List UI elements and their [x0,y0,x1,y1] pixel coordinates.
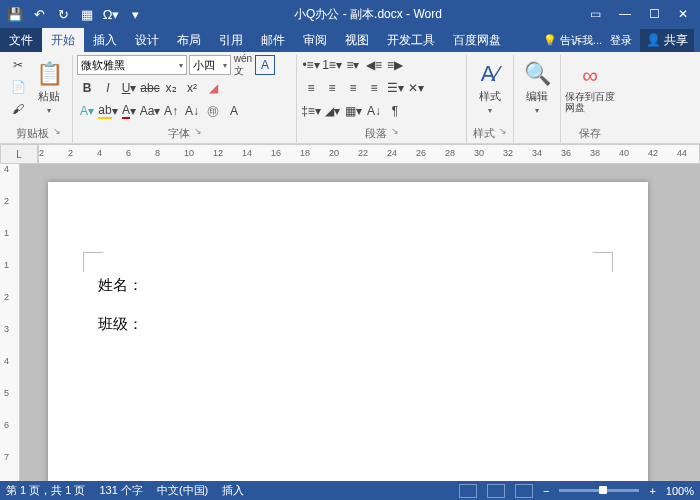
styles-button[interactable]: A⁄ 样式▾ [471,55,509,121]
baidu-icon: ∞ [582,63,598,89]
tab-review[interactable]: 审阅 [294,28,336,52]
borders-icon[interactable]: ▦▾ [343,101,363,121]
paste-button[interactable]: 📋 粘贴 ▾ [30,55,68,121]
tab-selector[interactable]: L [0,144,38,164]
zoom-out-icon[interactable]: − [543,485,549,497]
text-effects-icon[interactable]: A▾ [77,101,97,121]
justify-icon[interactable]: ≡ [364,78,384,98]
font-name-select[interactable]: 微软雅黑▾ [77,55,187,75]
font-color-icon[interactable]: A▾ [119,101,139,121]
grow-font-icon[interactable]: A↑ [161,101,181,121]
change-case-icon[interactable]: A [224,101,244,121]
doc-line2[interactable]: 班级： [98,305,598,344]
format-painter-icon[interactable]: 🖌 [8,99,28,119]
edit-button[interactable]: 🔍 编辑▾ [518,55,556,121]
tab-home[interactable]: 开始 [42,28,84,52]
enclose-char-icon[interactable]: ㊞ [203,101,223,121]
superscript-button[interactable]: x² [182,78,202,98]
clipboard-launcher-icon[interactable]: ↘ [53,126,61,141]
phonetic-icon[interactable]: wén文 [233,55,253,75]
styles-icon: A⁄ [481,61,499,87]
doc-line1[interactable]: 姓名： [98,266,598,305]
tab-baidu[interactable]: 百度网盘 [444,28,510,52]
sort-icon[interactable]: A↓ [364,101,384,121]
tab-references[interactable]: 引用 [210,28,252,52]
zoom-slider[interactable] [559,489,639,492]
group-font: 字体 [168,126,190,141]
qat-customize-icon[interactable]: ▾ [124,3,146,25]
margin-corner-tr [593,252,613,272]
maximize-icon[interactable]: ☐ [649,7,660,21]
redo-icon[interactable]: ↻ [52,3,74,25]
numbering-icon[interactable]: 1≡▾ [322,55,342,75]
status-words[interactable]: 131 个字 [99,483,142,498]
status-lang[interactable]: 中文(中国) [157,483,208,498]
minimize-icon[interactable]: — [619,7,631,21]
ribbon-options-icon[interactable]: ▭ [590,7,601,21]
horizontal-ruler[interactable]: 2246810121416182022242628303234363840424… [38,144,700,164]
copy-icon[interactable]: 📄 [8,77,28,97]
shading-icon[interactable]: ◢▾ [322,101,342,121]
margin-corner-tl [83,252,103,272]
tab-mailings[interactable]: 邮件 [252,28,294,52]
page[interactable]: 姓名： 班级： [48,182,648,481]
tab-view[interactable]: 视图 [336,28,378,52]
tab-layout[interactable]: 布局 [168,28,210,52]
show-marks-icon[interactable]: ¶ [385,101,405,121]
group-save: 保存 [579,126,601,141]
cut-icon[interactable]: ✂ [8,55,28,75]
para-launcher-icon[interactable]: ↘ [391,126,399,141]
shrink-font-icon[interactable]: A↓ [182,101,202,121]
char-border-icon[interactable]: A [255,55,275,75]
print-view-icon[interactable] [487,484,505,498]
status-mode[interactable]: 插入 [222,483,244,498]
read-view-icon[interactable] [459,484,477,498]
tab-developer[interactable]: 开发工具 [378,28,444,52]
table-icon[interactable]: ▦ [76,3,98,25]
align-center-icon[interactable]: ≡ [322,78,342,98]
group-paragraph: 段落 [365,126,387,141]
window-title: 小Q办公 - 副本.docx - Word [146,6,590,23]
close-icon[interactable]: ✕ [678,7,688,21]
line-spacing-icon[interactable]: ‡≡▾ [301,101,321,121]
align-right-icon[interactable]: ≡ [343,78,363,98]
bullets-icon[interactable]: •≡▾ [301,55,321,75]
status-page[interactable]: 第 1 页，共 1 页 [6,483,85,498]
char-shading-icon[interactable]: Aa▾ [140,101,160,121]
highlight-icon[interactable]: ab▾ [98,101,118,121]
zoom-level[interactable]: 100% [666,485,694,497]
paste-icon: 📋 [36,61,63,87]
clear-format-icon[interactable]: ◢ [203,78,223,98]
share-button[interactable]: 👤 共享 [640,29,694,52]
asian-layout-icon[interactable]: ✕▾ [406,78,426,98]
tab-design[interactable]: 设计 [126,28,168,52]
align-left-icon[interactable]: ≡ [301,78,321,98]
group-styles: 样式 [473,126,495,141]
underline-button[interactable]: U▾ [119,78,139,98]
italic-button[interactable]: I [98,78,118,98]
subscript-button[interactable]: x₂ [161,78,181,98]
save-icon[interactable]: 💾 [4,3,26,25]
tab-file[interactable]: 文件 [0,28,42,52]
web-view-icon[interactable] [515,484,533,498]
bold-button[interactable]: B [77,78,97,98]
zoom-in-icon[interactable]: + [649,485,655,497]
save-baidu-button[interactable]: ∞ 保存到百度网盘 [565,55,615,121]
group-clipboard: 剪贴板 [16,126,49,141]
styles-launcher-icon[interactable]: ↘ [499,126,507,141]
omega-icon[interactable]: Ω▾ [100,3,122,25]
find-icon: 🔍 [524,61,551,87]
tell-me[interactable]: 💡 告诉我... [543,33,602,48]
multilevel-icon[interactable]: ≡▾ [343,55,363,75]
undo-icon[interactable]: ↶ [28,3,50,25]
font-size-select[interactable]: 小四▾ [189,55,231,75]
document-scroll[interactable]: 姓名： 班级： [20,164,700,481]
vertical-ruler[interactable]: 4211234567 [0,164,20,481]
font-launcher-icon[interactable]: ↘ [194,126,202,141]
increase-indent-icon[interactable]: ≡▶ [385,55,405,75]
decrease-indent-icon[interactable]: ◀≡ [364,55,384,75]
tab-insert[interactable]: 插入 [84,28,126,52]
distribute-icon[interactable]: ☰▾ [385,78,405,98]
strike-button[interactable]: abc [140,78,160,98]
login-button[interactable]: 登录 [610,33,632,48]
